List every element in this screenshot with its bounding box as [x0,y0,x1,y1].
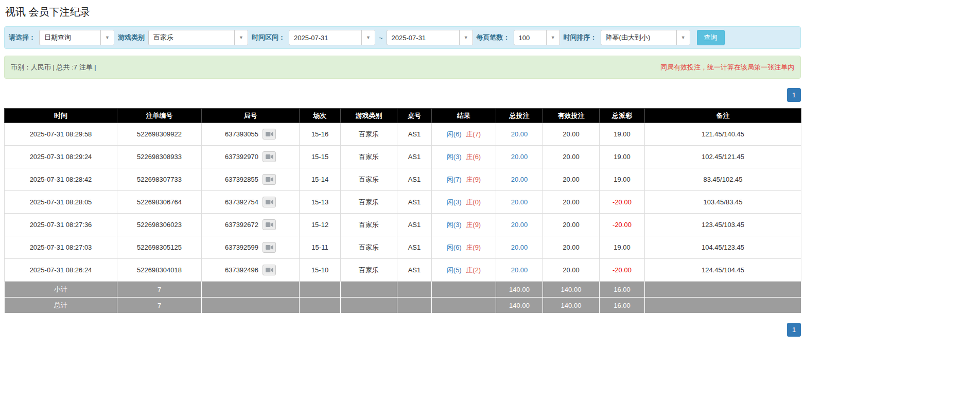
video-replay-button[interactable] [262,265,276,275]
table-no-cell: AS1 [397,146,432,168]
game-type-cell: 百家乐 [341,236,397,259]
table-row: 2025-07-31 08:29:58 522698309922 6373930… [5,123,801,146]
page-size-value: 100 [514,30,546,45]
search-button[interactable]: 查询 [697,30,725,45]
video-icon [266,177,273,182]
total-bet-link[interactable]: 20.00 [511,153,528,161]
bet-id-cell: 522698308933 [117,146,202,168]
total-bet-cell: 20.00 [496,146,543,168]
page-size-select[interactable]: 100 ▼ [514,30,560,45]
sort-order-select[interactable]: 降幂(由大到小) ▼ [601,30,690,45]
table-header-row: 时间 注单编号 局号 场次 游戏类别 桌号 结果 总投注 有效投注 总派彩 备注 [5,109,801,123]
total-bet-cell: 20.00 [496,236,543,259]
bet-id-cell: 522698305125 [117,236,202,259]
total-bet-link[interactable]: 20.00 [511,130,528,138]
total-bet-link[interactable]: 20.00 [511,243,528,251]
game-type-select[interactable]: 百家乐 ▼ [148,30,248,45]
video-replay-button[interactable] [262,129,276,140]
total-bet-link[interactable]: 20.00 [511,176,528,183]
col-result: 结果 [432,109,496,123]
total-total-bet: 140.00 [496,298,543,314]
payout-cell: 19.00 [600,236,645,259]
page-1-button[interactable]: 1 [787,88,801,102]
chevron-down-icon[interactable]: ▼ [361,30,375,45]
round-cell: 637392672 [202,214,300,236]
table-row: 2025-07-31 08:28:05 522698306764 6373927… [5,191,801,214]
payout-cell: -20.00 [600,259,645,282]
game-type-cell: 百家乐 [341,191,397,214]
round-id: 637392672 [225,221,258,229]
date-to-value: 2025-07-31 [387,30,459,45]
valid-bet-cell: 20.00 [543,214,600,236]
table-row: 2025-07-31 08:28:42 522698307733 6373928… [5,168,801,191]
video-replay-button[interactable] [262,219,276,230]
bet-records-table: 时间 注单编号 局号 场次 游戏类别 桌号 结果 总投注 有效投注 总派彩 备注… [4,108,801,314]
subtotal-total-bet: 140.00 [496,282,543,298]
game-type-cell: 百家乐 [341,214,397,236]
total-bet-link[interactable]: 20.00 [511,198,528,206]
total-bet-cell: 20.00 [496,214,543,236]
note-cell: 102.45/121.45 [645,146,801,168]
video-replay-button[interactable] [262,174,276,185]
table-row: 2025-07-31 08:27:03 522698305125 6373925… [5,236,801,259]
date-from-select[interactable]: 2025-07-31 ▼ [289,30,375,45]
video-replay-button[interactable] [262,242,276,253]
result-banker: 庄(9) [466,243,481,251]
result-cell: 闲(3) 庄(0) [432,191,496,214]
subtotal-label: 小计 [5,282,117,298]
valid-bet-cell: 20.00 [543,168,600,191]
round-id: 637392754 [225,198,258,206]
valid-bet-cell: 20.00 [543,259,600,282]
time-cell: 2025-07-31 08:27:36 [5,214,117,236]
filter-bar: 请选择： 日期查询 ▼ 游戏类别 百家乐 ▼ 时间区间： 2025-07-31 … [4,26,801,49]
valid-bet-cell: 20.00 [543,191,600,214]
payout-value: -20.00 [612,221,632,229]
payout-value: 19.00 [614,130,631,138]
session-cell: 15-11 [300,236,341,259]
round-cell: 637392970 [202,146,300,168]
time-cell: 2025-07-31 08:28:42 [5,168,117,191]
result-cell: 闲(7) 庄(9) [432,168,496,191]
chevron-down-icon[interactable]: ▼ [676,30,690,45]
chevron-down-icon[interactable]: ▼ [234,30,248,45]
total-bet-cell: 20.00 [496,191,543,214]
total-bet-link[interactable]: 20.00 [511,221,528,229]
date-mode-select[interactable]: 日期查询 ▼ [39,30,114,45]
table-row: 2025-07-31 08:29:24 522698308933 6373929… [5,146,801,168]
round-id: 637393055 [225,130,258,138]
table-no-cell: AS1 [397,236,432,259]
round-cell: 637392599 [202,236,300,259]
col-bet-id: 注单编号 [117,109,202,123]
page-1-button[interactable]: 1 [787,323,801,337]
game-type-cell: 百家乐 [341,168,397,191]
col-table-no: 桌号 [397,109,432,123]
time-cell: 2025-07-31 08:28:05 [5,191,117,214]
video-icon [266,267,273,273]
result-player: 闲(3) [447,198,462,206]
total-bet-cell: 20.00 [496,259,543,282]
payout-value: 19.00 [614,243,631,251]
subtotal-row: 小计 7 140.00 140.00 16.00 [5,282,801,298]
result-player: 闲(3) [447,153,462,161]
valid-bet-cell: 20.00 [543,123,600,146]
chevron-down-icon[interactable]: ▼ [459,30,472,45]
time-cell: 2025-07-31 08:29:24 [5,146,117,168]
chevron-down-icon[interactable]: ▼ [100,30,114,45]
result-player: 闲(3) [447,221,462,229]
bet-id-cell: 522698306023 [117,214,202,236]
total-bet-cell: 20.00 [496,168,543,191]
session-cell: 15-14 [300,168,341,191]
video-replay-button[interactable] [262,151,276,162]
total-bet-link[interactable]: 20.00 [511,266,528,274]
payout-cell: -20.00 [600,214,645,236]
table-no-cell: AS1 [397,214,432,236]
subtotal-valid-bet: 140.00 [543,282,600,298]
pagination-bottom: 1 [4,323,801,337]
session-cell: 15-15 [300,146,341,168]
chevron-down-icon[interactable]: ▼ [546,30,559,45]
video-replay-button[interactable] [262,197,276,207]
video-icon [266,199,273,205]
date-to-select[interactable]: 2025-07-31 ▼ [387,30,473,45]
total-label: 总计 [5,298,117,314]
bet-id-cell: 522698306764 [117,191,202,214]
